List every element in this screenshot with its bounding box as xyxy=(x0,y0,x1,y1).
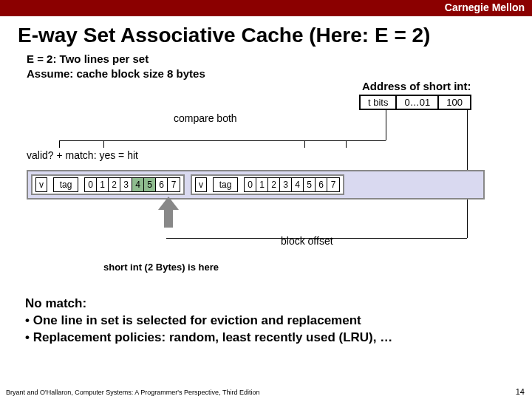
address-label: Address of short int: xyxy=(362,80,471,92)
nomatch-heading: No match: xyxy=(25,296,392,313)
page-number: 14 xyxy=(516,387,525,396)
nomatch-block: No match: • One line in set is selected … xyxy=(25,296,392,347)
nomatch-bullet1: • One line in set is selected for evicti… xyxy=(25,313,392,330)
addr-set: 0…01 xyxy=(397,96,439,109)
data-bytes: 01234567 xyxy=(84,177,180,192)
addr-off: 100 xyxy=(439,96,470,109)
byte-cell: 0 xyxy=(245,178,256,191)
byte-cell: 6 xyxy=(316,178,327,191)
short-int-label: short int (2 Bytes) is here xyxy=(103,262,219,273)
nomatch-bullet2: • Replacement policies: random, least re… xyxy=(25,330,392,347)
block-offset-label: block offset xyxy=(281,235,333,247)
valid-bit: v xyxy=(35,177,47,192)
connector xyxy=(59,140,60,148)
arrow-stem xyxy=(164,208,173,228)
brand-bar: Carnegie Mellon xyxy=(0,0,532,16)
byte-cell: 5 xyxy=(304,178,316,191)
connector xyxy=(386,109,386,140)
tag-field: tag xyxy=(53,177,78,192)
byte-cell: 1 xyxy=(97,178,109,191)
connector xyxy=(59,140,386,141)
byte-cell: 2 xyxy=(268,178,280,191)
addr-tbits: t bits xyxy=(361,96,397,109)
subtitle-line1: E = 2: Two lines per set xyxy=(27,52,532,66)
byte-cell: 0 xyxy=(85,178,97,191)
byte-cell: 3 xyxy=(280,178,292,191)
slide-title: E-way Set Associative Cache (Here: E = 2… xyxy=(0,16,532,52)
brand-text: Carnegie Mellon xyxy=(445,1,525,13)
cache-line-0: v tag 01234567 xyxy=(31,174,185,195)
tag-field: tag xyxy=(213,177,238,192)
connector xyxy=(304,140,305,148)
byte-cell: 6 xyxy=(156,178,168,191)
connector xyxy=(346,140,347,148)
byte-cell: 1 xyxy=(256,178,268,191)
cache-line-1: v tag 01234567 xyxy=(191,174,344,195)
valid-bit: v xyxy=(195,177,207,192)
valid-match-label: valid? + match: yes = hit xyxy=(27,149,138,161)
subtitle-block: E = 2: Two lines per set Assume: cache b… xyxy=(0,52,532,81)
byte-cell: 2 xyxy=(109,178,120,191)
compare-label: compare both xyxy=(174,112,237,124)
cache-set: v tag 01234567 v tag 01234567 xyxy=(27,170,485,200)
byte-cell: 3 xyxy=(120,178,132,191)
byte-cell: 7 xyxy=(327,178,339,191)
byte-cell: 4 xyxy=(132,178,144,191)
byte-cell: 5 xyxy=(144,178,156,191)
connector xyxy=(103,140,104,148)
subtitle-line2: Assume: cache block size 8 bytes xyxy=(27,66,532,81)
byte-cell: 4 xyxy=(292,178,304,191)
footer-citation: Bryant and O'Hallaron, Computer Systems:… xyxy=(6,389,259,396)
data-bytes: 01234567 xyxy=(244,177,340,192)
byte-cell: 7 xyxy=(168,178,180,191)
address-fields: t bits 0…01 100 xyxy=(359,95,471,110)
